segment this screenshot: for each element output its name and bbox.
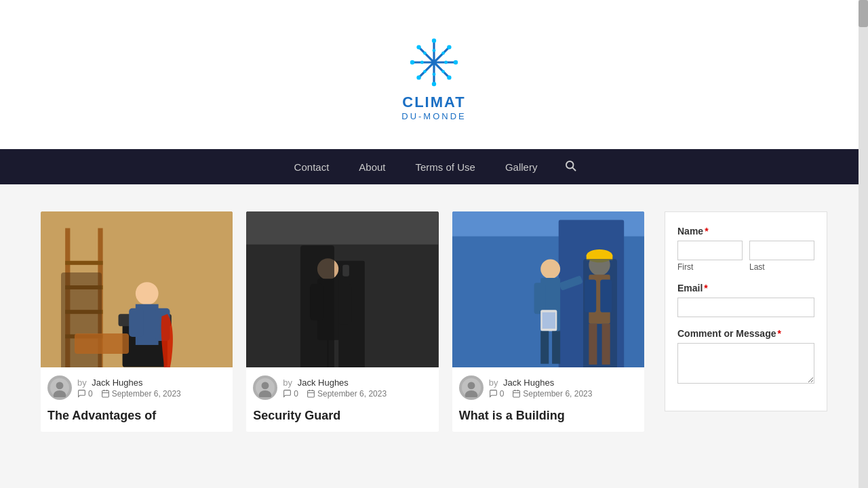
comment-icon-2: 0 xyxy=(283,389,298,399)
first-label: First xyxy=(677,262,743,272)
svg-point-7 xyxy=(410,60,414,64)
search-icon[interactable] xyxy=(552,152,589,183)
first-name-col: First xyxy=(677,241,743,272)
svg-point-10 xyxy=(447,75,451,79)
logo-text: CLIMAT xyxy=(402,94,465,111)
meta-info-2: by Jack Hughes 0 September 6, 2023 xyxy=(283,378,387,399)
article-title-1: The Advantages of xyxy=(41,405,233,432)
svg-rect-25 xyxy=(98,228,102,367)
svg-point-11 xyxy=(447,45,451,49)
logo[interactable]: CLIMAT DU-MONDE xyxy=(401,35,467,121)
meta-info-1: by Jack Hughes 0 September 6, 2023 xyxy=(77,378,181,399)
svg-point-14 xyxy=(433,73,436,76)
first-name-input[interactable] xyxy=(677,241,743,260)
comment-icon: 0 xyxy=(77,389,93,399)
article-stats-1: 0 September 6, 2023 xyxy=(77,389,181,399)
svg-point-6 xyxy=(432,81,436,85)
svg-rect-64 xyxy=(558,220,623,367)
logo-subtext: DU-MONDE xyxy=(401,111,467,121)
name-row: First Last xyxy=(677,241,814,272)
svg-rect-28 xyxy=(65,310,102,314)
svg-point-82 xyxy=(467,382,475,389)
svg-point-20 xyxy=(423,70,427,73)
contact-form: Name* First Last Email* xyxy=(665,211,827,411)
logo-icon xyxy=(407,35,461,89)
article-title-2: Security Guard xyxy=(246,405,438,432)
page-wrapper: by Jack Hughes 0 September 6, 2023 xyxy=(27,184,841,445)
svg-rect-49 xyxy=(310,284,323,321)
comment-icon-3: 0 xyxy=(489,389,505,399)
svg-rect-52 xyxy=(329,340,338,367)
svg-rect-68 xyxy=(589,274,610,323)
svg-rect-53 xyxy=(343,265,350,277)
svg-rect-51 xyxy=(317,340,327,367)
calendar-icon-2: September 6, 2023 xyxy=(307,389,387,399)
article-card-3: by Jack Hughes 0 September 6, 2023 xyxy=(452,211,644,432)
calendar-icon-3: September 6, 2023 xyxy=(512,389,592,399)
svg-rect-80 xyxy=(601,324,610,365)
svg-point-12 xyxy=(416,75,420,79)
required-star-name: * xyxy=(705,226,708,237)
name-label: Name* xyxy=(677,226,814,237)
articles-grid: by Jack Hughes 0 September 6, 2023 xyxy=(41,211,644,432)
scrollbar[interactable] xyxy=(859,0,868,445)
svg-rect-78 xyxy=(552,331,560,363)
article-stats-3: 0 September 6, 2023 xyxy=(489,389,593,399)
message-textarea[interactable] xyxy=(677,343,814,384)
svg-point-8 xyxy=(454,60,458,64)
required-star-email: * xyxy=(704,283,707,293)
svg-rect-77 xyxy=(540,331,549,363)
avatar-3 xyxy=(459,375,484,400)
nav-contact[interactable]: Contact xyxy=(279,152,344,182)
article-author-3: by Jack Hughes xyxy=(489,378,593,388)
svg-point-17 xyxy=(423,52,427,55)
article-image-2 xyxy=(246,211,438,367)
required-star-message: * xyxy=(777,328,781,339)
svg-point-18 xyxy=(441,70,445,73)
article-author-1: by Jack Hughes xyxy=(77,378,181,388)
nav-terms[interactable]: Terms of Use xyxy=(401,152,490,182)
svg-point-16 xyxy=(444,60,448,64)
svg-rect-26 xyxy=(65,261,102,265)
svg-point-5 xyxy=(432,38,436,42)
svg-point-19 xyxy=(441,52,445,55)
svg-rect-76 xyxy=(542,312,555,329)
svg-rect-34 xyxy=(129,308,144,337)
article-meta-3: by Jack Hughes 0 September 6, 2023 xyxy=(452,367,644,405)
site-header: CLIMAT DU-MONDE xyxy=(0,0,868,149)
svg-rect-57 xyxy=(308,390,315,397)
article-author-2: by Jack Hughes xyxy=(283,378,387,388)
svg-rect-29 xyxy=(65,334,102,338)
name-field: Name* First Last xyxy=(677,226,814,272)
avatar-1 xyxy=(47,375,72,400)
svg-line-22 xyxy=(573,167,576,170)
message-field: Comment or Message* xyxy=(677,328,814,386)
svg-rect-70 xyxy=(600,280,612,312)
main-navigation: Contact About Terms of Use Gallery xyxy=(0,149,868,184)
article-stats-2: 0 September 6, 2023 xyxy=(283,389,387,399)
svg-rect-73 xyxy=(534,283,545,314)
article-card-2: by Jack Hughes 0 September 6, 2023 xyxy=(246,211,438,432)
svg-rect-69 xyxy=(585,280,596,312)
svg-point-9 xyxy=(416,45,420,49)
article-meta-2: by Jack Hughes 0 September 6, 2023 xyxy=(246,367,438,405)
svg-point-47 xyxy=(317,258,338,279)
article-image-3 xyxy=(452,211,644,367)
svg-point-32 xyxy=(136,282,159,305)
svg-rect-39 xyxy=(102,390,108,397)
nav-about[interactable]: About xyxy=(344,152,400,182)
scrollbar-thumb[interactable] xyxy=(859,0,868,27)
email-field: Email* xyxy=(677,283,814,317)
svg-rect-50 xyxy=(339,284,352,325)
last-name-input[interactable] xyxy=(749,241,814,260)
nav-gallery[interactable]: Gallery xyxy=(490,152,553,182)
svg-point-13 xyxy=(433,49,436,52)
email-input[interactable] xyxy=(677,298,814,317)
avatar-2 xyxy=(253,375,277,400)
calendar-icon: September 6, 2023 xyxy=(101,389,181,399)
svg-rect-48 xyxy=(317,279,338,340)
svg-rect-84 xyxy=(513,390,520,397)
article-title-3: What is a Building xyxy=(452,405,644,432)
svg-rect-67 xyxy=(586,255,612,260)
svg-point-15 xyxy=(420,60,424,64)
